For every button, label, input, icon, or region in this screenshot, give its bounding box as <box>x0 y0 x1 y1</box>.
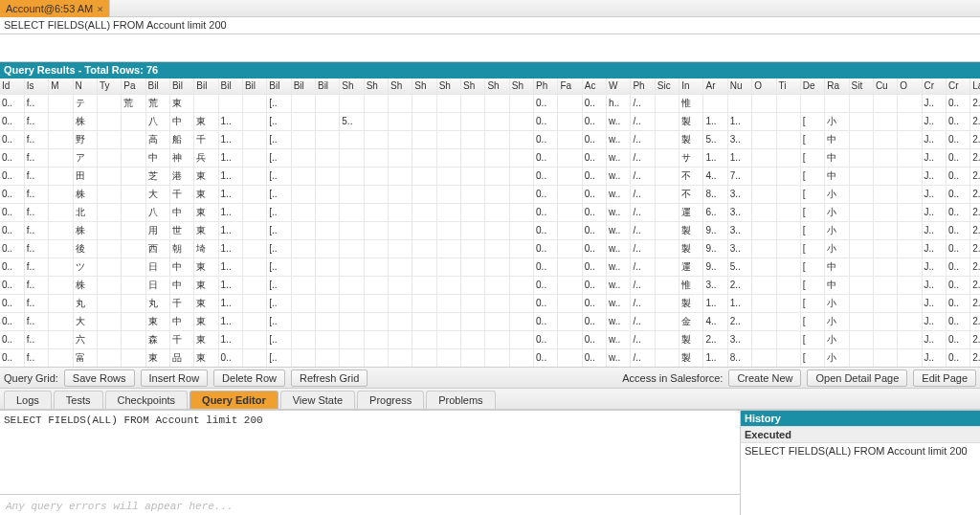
column-header[interactable]: Pa <box>122 78 145 94</box>
column-header[interactable]: Ph <box>631 78 655 94</box>
column-header[interactable]: Ac <box>582 78 606 94</box>
column-header[interactable]: In <box>679 78 703 94</box>
edit-page-button[interactable]: Edit Page <box>913 369 976 387</box>
column-header[interactable]: Bil <box>218 78 242 94</box>
close-icon[interactable]: × <box>97 3 103 15</box>
column-header[interactable]: Sh <box>461 78 485 94</box>
column-header[interactable]: Cu <box>873 78 897 94</box>
table-row[interactable]: 0..f..テ荒荒東[..0..0..h../..惟J..0..2..0..2.… <box>0 94 980 112</box>
history-header: History <box>741 411 980 426</box>
refresh-grid-button[interactable]: Refresh Grid <box>291 369 368 387</box>
column-header[interactable]: Ty <box>97 78 121 94</box>
column-header[interactable]: Bil <box>242 78 266 94</box>
column-header[interactable]: Bil <box>169 78 193 94</box>
table-row[interactable]: 0..f..京南品東1..[..0..0..w../..郵1..1..[中J..… <box>0 367 980 368</box>
table-row[interactable]: 0..f..後西朝埼1..[..0..0..w../..製9..3..[小J..… <box>0 239 980 258</box>
column-header[interactable]: W <box>607 78 631 94</box>
history-subheader: Executed <box>741 426 980 443</box>
tab-problems[interactable]: Problems <box>426 391 495 409</box>
column-header[interactable]: Bil <box>315 78 339 94</box>
table-row[interactable]: 0..f..六森千東1..[..0..0..w../..製2..3..[小J..… <box>0 330 980 348</box>
column-header[interactable]: Sh <box>364 78 388 94</box>
tab-progress[interactable]: Progress <box>357 391 424 409</box>
column-header[interactable]: Cr <box>922 78 946 94</box>
bottom-tab-bar: LogsTestsCheckpointsQuery EditorView Sta… <box>0 389 980 410</box>
column-header[interactable]: Fa <box>558 78 582 94</box>
query-editor-input[interactable] <box>0 411 740 494</box>
results-header: Query Results - Total Rows: 76 <box>0 61 980 78</box>
insert-row-button[interactable]: Insert Row <box>141 369 209 387</box>
column-header[interactable]: Sh <box>509 78 533 94</box>
table-row[interactable]: 0..f..野高船千1..[..0..0..w../..製5..3..[中J..… <box>0 130 980 148</box>
column-header[interactable]: Ti <box>776 78 800 94</box>
tab-query-editor[interactable]: Query Editor <box>189 391 278 409</box>
table-row[interactable]: 0..f..田芝港東1..[..0..0..w../..不4..7..[中J..… <box>0 167 980 185</box>
access-label: Access in Salesforce: <box>622 372 723 384</box>
column-header[interactable]: Ra <box>825 78 849 94</box>
column-header[interactable]: Cr <box>946 78 969 94</box>
results-grid[interactable]: IdIsMNTyPaBilBilBilBilBilBilBilBilShShSh… <box>0 78 980 368</box>
error-panel: Any query errors will appear here... <box>0 494 740 515</box>
query-text-bar: SELECT FIELDS(ALL) FROM Account limit 20… <box>0 17 980 34</box>
column-header[interactable]: Sh <box>340 78 364 94</box>
tab-view-state[interactable]: View State <box>280 391 355 409</box>
save-rows-button[interactable]: Save Rows <box>64 369 135 387</box>
table-row[interactable]: 0..f..北八中東1..[..0..0..w../..運6..3..[小J..… <box>0 203 980 221</box>
window-tab-account[interactable]: Account@6:53 AM × <box>0 0 110 17</box>
column-header[interactable]: M <box>49 78 73 94</box>
history-item[interactable]: SELECT FIELDS(ALL) FROM Account limit 20… <box>741 443 980 459</box>
column-header[interactable]: Sh <box>436 78 460 94</box>
column-header[interactable]: Sic <box>655 78 679 94</box>
column-header[interactable]: Nu <box>727 78 751 94</box>
tab-tests[interactable]: Tests <box>54 391 103 409</box>
tab-logs[interactable]: Logs <box>4 391 52 409</box>
open-detail-button[interactable]: Open Detail Page <box>807 369 907 387</box>
tab-title: Account@6:53 AM <box>6 3 93 14</box>
window-tab-bar: Account@6:53 AM × <box>0 0 980 17</box>
column-header[interactable]: Bil <box>291 78 315 94</box>
column-header[interactable]: Sh <box>485 78 509 94</box>
create-new-button[interactable]: Create New <box>728 369 801 387</box>
column-header[interactable]: O <box>898 78 922 94</box>
column-header[interactable]: Ar <box>703 78 727 94</box>
table-row[interactable]: 0..f..大東中東1..[..0..0..w../..金4..2..[小J..… <box>0 312 980 330</box>
table-row[interactable]: 0..f..丸丸千東1..[..0..0..w../..製1..1..[小J..… <box>0 294 980 312</box>
column-header[interactable]: Sh <box>412 78 436 94</box>
table-row[interactable]: 0..f..株日中東1..[..0..0..w../..惟3..2..[中J..… <box>0 276 980 294</box>
column-header[interactable]: Bil <box>267 78 291 94</box>
column-header[interactable]: Ph <box>534 78 558 94</box>
column-header[interactable]: Id <box>0 78 24 94</box>
table-row[interactable]: 0..f..ア中神兵1..[..0..0..w../..サ1..1..[中J..… <box>0 148 980 167</box>
table-row[interactable]: 0..f..ツ日中東1..[..0..0..w../..運9..5..[中J..… <box>0 258 980 276</box>
column-header[interactable]: De <box>800 78 824 94</box>
column-header[interactable]: O <box>752 78 776 94</box>
history-panel: History Executed SELECT FIELDS(ALL) FROM… <box>741 411 980 515</box>
column-header[interactable]: Bil <box>145 78 169 94</box>
delete-row-button[interactable]: Delete Row <box>213 369 285 387</box>
column-header[interactable]: Sit <box>849 78 873 94</box>
column-header[interactable]: Is <box>24 78 48 94</box>
query-grid-label: Query Grid: <box>4 372 58 384</box>
column-header[interactable]: Sh <box>389 78 412 94</box>
table-row[interactable]: 0..f..富東品東0..[..0..0..w../..製1..8..[小J..… <box>0 348 980 367</box>
column-header[interactable]: Bil <box>194 78 218 94</box>
table-row[interactable]: 0..f..株用世東1..[..0..0..w../..製9..3..[小J..… <box>0 221 980 239</box>
table-row[interactable]: 0..f..株八中東1..[..5..0..0..w../..製1..1..[小… <box>0 112 980 130</box>
column-header[interactable]: La <box>970 78 980 94</box>
table-row[interactable]: 0..f..株大千東1..[..0..0..w../..不8..3..[小J..… <box>0 185 980 203</box>
grid-toolbar: Query Grid: Save Rows Insert Row Delete … <box>0 368 980 389</box>
column-header[interactable]: N <box>73 78 97 94</box>
tab-checkpoints[interactable]: Checkpoints <box>105 391 189 409</box>
